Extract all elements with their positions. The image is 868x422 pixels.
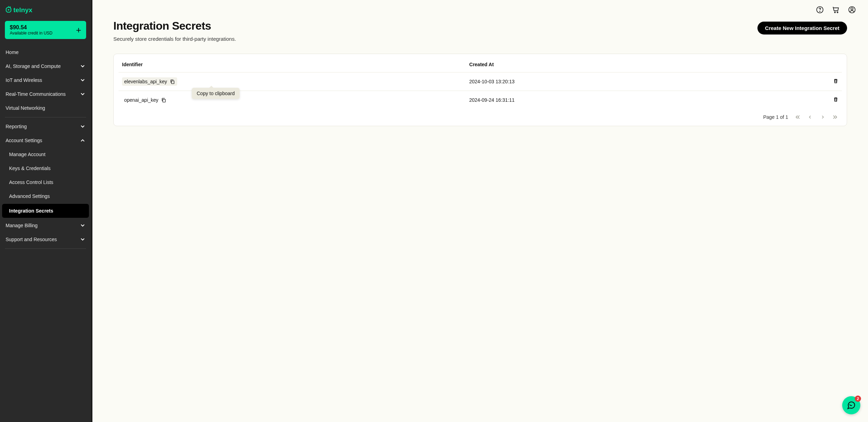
sidebar-subitem-acl[interactable]: Access Control Lists xyxy=(0,175,91,189)
column-header-actions xyxy=(784,57,842,72)
sidebar-item-iot[interactable]: IoT and Wireless xyxy=(0,73,91,87)
sidebar-subitem-keys[interactable]: Keys & Credentials xyxy=(0,161,91,175)
next-page-button[interactable] xyxy=(820,114,826,120)
svg-point-4 xyxy=(835,12,836,13)
secret-identifier: elevenlabs_api_key xyxy=(124,79,167,84)
sidebar-item-label: Reporting xyxy=(6,124,27,129)
trash-icon[interactable] xyxy=(833,78,838,84)
sidebar-item-label: IoT and Wireless xyxy=(6,77,42,83)
chevron-down-icon xyxy=(80,237,85,242)
sidebar-item-account-settings[interactable]: Account Settings xyxy=(0,133,91,147)
content: Integration Secrets Securely store crede… xyxy=(92,17,868,422)
sidebar-item-label: Real-Time Communications xyxy=(6,91,66,97)
sidebar-item-label: Home xyxy=(6,49,18,55)
sidebar-item-reporting[interactable]: Reporting xyxy=(0,120,91,133)
svg-rect-9 xyxy=(163,99,166,102)
credit-amount: $90.54 xyxy=(10,24,53,31)
sidebar-item-label: Manage Billing xyxy=(6,223,38,228)
svg-point-5 xyxy=(837,12,838,13)
svg-text:telnyx: telnyx xyxy=(13,6,32,14)
chevron-down-icon xyxy=(80,77,85,83)
sidebar-item-label: Virtual Networking xyxy=(6,105,45,111)
secrets-card: Identifier Created At elevenlabs_api_key xyxy=(113,54,847,126)
chevron-down-icon xyxy=(80,91,85,97)
sidebar-item-billing[interactable]: Manage Billing xyxy=(0,218,91,232)
sidebar-subitem-manage-account[interactable]: Manage Account xyxy=(0,147,91,161)
create-secret-button[interactable]: Create New Integration Secret xyxy=(757,22,847,34)
credit-label: Available credit in USD xyxy=(10,31,53,36)
chevron-down-icon xyxy=(80,63,85,69)
divider xyxy=(5,248,86,249)
secret-identifier: openai_api_key xyxy=(124,97,158,103)
column-header-identifier: Identifier xyxy=(119,57,466,72)
main: Integration Secrets Securely store crede… xyxy=(92,0,868,422)
chevron-up-icon xyxy=(80,138,85,143)
sidebar-item-label: Support and Resources xyxy=(6,237,57,242)
chat-bubble-button[interactable]: 2 xyxy=(842,396,860,414)
secret-created-at: 2024-10-03 13:20:13 xyxy=(466,72,784,91)
secret-created-at: 2024-09-24 16:31:11 xyxy=(466,91,784,109)
trash-icon[interactable] xyxy=(833,97,838,102)
cart-icon[interactable] xyxy=(832,6,840,14)
sidebar-item-label: Account Settings xyxy=(6,138,42,143)
sidebar-item-ai-storage[interactable]: AI, Storage and Compute xyxy=(0,59,91,73)
sidebar-item-support[interactable]: Support and Resources xyxy=(0,232,91,246)
svg-point-0 xyxy=(8,9,9,10)
page-header: Integration Secrets Securely store crede… xyxy=(113,20,847,42)
copy-icon[interactable] xyxy=(170,79,175,84)
page-subtitle: Securely store credentials for third-par… xyxy=(113,36,236,42)
divider xyxy=(5,117,86,117)
sidebar: telnyx $90.54 Available credit in USD + … xyxy=(0,0,92,422)
svg-rect-8 xyxy=(172,80,174,83)
last-page-button[interactable] xyxy=(832,114,838,120)
user-icon[interactable] xyxy=(848,6,856,14)
column-header-created: Created At xyxy=(466,57,784,72)
table-row: elevenlabs_api_key Copy to clipboard 202… xyxy=(119,72,842,91)
sidebar-item-rtc[interactable]: Real-Time Communications xyxy=(0,87,91,101)
page-title: Integration Secrets xyxy=(113,20,236,32)
topbar xyxy=(92,0,868,17)
help-icon[interactable] xyxy=(816,6,824,14)
prev-page-button[interactable] xyxy=(807,114,813,120)
sidebar-item-home[interactable]: Home xyxy=(0,45,91,59)
chevron-down-icon xyxy=(80,223,85,228)
sidebar-item-label: AI, Storage and Compute xyxy=(6,63,61,69)
copy-icon[interactable] xyxy=(161,98,166,103)
sidebar-item-virtual-networking[interactable]: Virtual Networking xyxy=(0,101,91,115)
sidebar-subitem-integration-secrets[interactable]: Integration Secrets xyxy=(2,204,89,218)
first-page-button[interactable] xyxy=(794,114,801,120)
chevron-down-icon xyxy=(80,124,85,129)
pagination-label: Page 1 of 1 xyxy=(763,114,788,120)
plus-icon: + xyxy=(76,25,81,34)
pagination: Page 1 of 1 xyxy=(119,109,842,122)
sidebar-subitem-advanced[interactable]: Advanced Settings xyxy=(0,189,91,203)
svg-point-7 xyxy=(851,8,853,10)
sidebar-nav: Home AI, Storage and Compute IoT and Wir… xyxy=(0,45,91,416)
svg-point-3 xyxy=(820,11,820,11)
brand-logo[interactable]: telnyx xyxy=(0,6,91,21)
secrets-table: Identifier Created At elevenlabs_api_key xyxy=(119,57,842,109)
chat-badge: 2 xyxy=(855,396,861,402)
copy-tooltip: Copy to clipboard xyxy=(192,88,240,99)
credit-balance-button[interactable]: $90.54 Available credit in USD + xyxy=(5,21,86,39)
